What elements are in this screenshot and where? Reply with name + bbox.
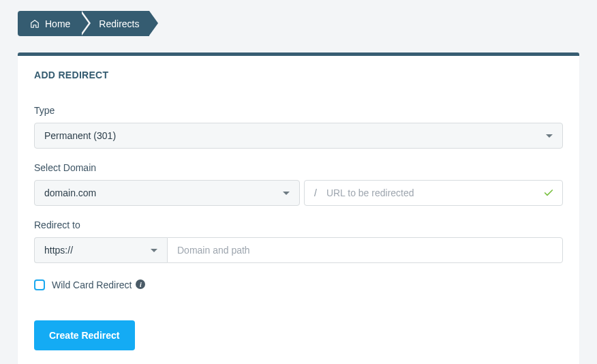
url-redirect-group: /	[304, 180, 563, 206]
wildcard-label[interactable]: Wild Card Redirect	[52, 279, 132, 290]
redirect-to-row: https://	[34, 237, 563, 263]
home-icon	[30, 19, 40, 29]
redirect-destination-input[interactable]	[167, 237, 563, 263]
domain-select[interactable]: domain.com	[34, 180, 300, 206]
type-select-value: Permanent (301)	[44, 130, 116, 141]
page-container: Home Redirects ADD REDIRECT Type Permane…	[0, 0, 597, 364]
breadcrumb: Home Redirects	[18, 11, 579, 36]
protocol-select-value: https://	[44, 245, 73, 256]
slash-separator: /	[305, 187, 326, 198]
add-redirect-panel: ADD REDIRECT Type Permanent (301) Select…	[18, 52, 579, 364]
domain-select-value: domain.com	[44, 187, 96, 198]
panel-title: ADD REDIRECT	[34, 70, 563, 80]
wildcard-row: Wild Card Redirect i	[34, 279, 563, 290]
wildcard-checkbox[interactable]	[34, 279, 45, 290]
create-redirect-button[interactable]: Create Redirect	[34, 320, 135, 350]
info-icon[interactable]: i	[136, 279, 145, 289]
breadcrumb-current-label: Redirects	[99, 18, 139, 29]
domain-row: domain.com /	[34, 180, 563, 206]
redirect-to-label: Redirect to	[34, 219, 563, 230]
caret-down-icon	[283, 192, 290, 195]
select-domain-label: Select Domain	[34, 162, 563, 173]
panel-header: ADD REDIRECT	[18, 56, 579, 80]
breadcrumb-item-home[interactable]: Home	[18, 11, 80, 36]
url-redirect-input[interactable]	[326, 187, 535, 198]
panel-body: Type Permanent (301) Select Domain domai…	[18, 80, 579, 364]
protocol-select[interactable]: https://	[34, 237, 167, 263]
check-icon	[535, 187, 562, 198]
caret-down-icon	[546, 134, 553, 138]
type-label: Type	[34, 105, 563, 116]
redirect-destination-group	[167, 237, 563, 263]
type-select[interactable]: Permanent (301)	[34, 123, 563, 149]
breadcrumb-home-label: Home	[45, 18, 70, 29]
caret-down-icon	[151, 249, 157, 252]
